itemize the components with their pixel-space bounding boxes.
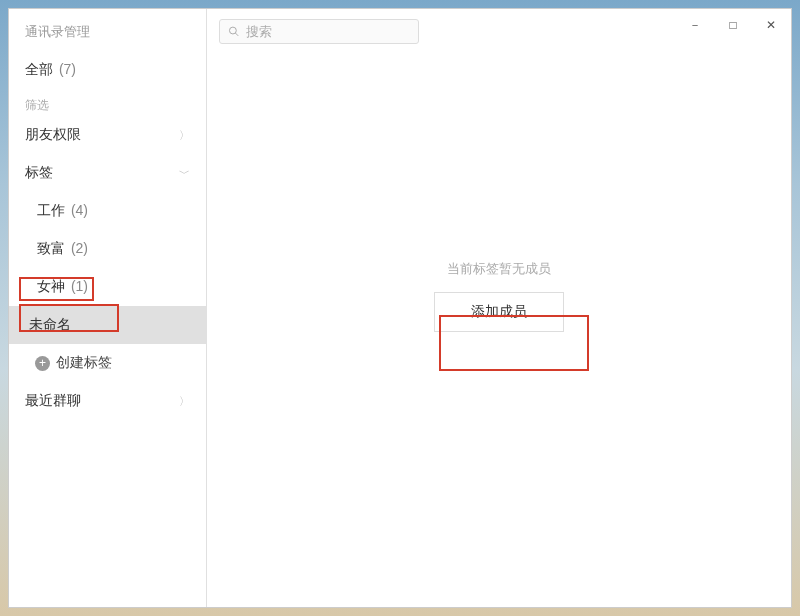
create-tag-label: 创建标签	[56, 354, 112, 372]
empty-state-text: 当前标签暂无成员	[434, 260, 564, 278]
tags-label: 标签	[25, 164, 53, 182]
tag-item-wealth[interactable]: 致富 (2)	[9, 230, 206, 268]
tag-item-goddess[interactable]: 女神 (1)	[9, 268, 206, 306]
tag-item-work[interactable]: 工作 (4)	[9, 192, 206, 230]
tag-label: 女神	[37, 278, 65, 294]
tag-count: (4)	[71, 202, 88, 218]
tag-label: 工作	[37, 202, 65, 218]
close-button[interactable]: ✕	[761, 15, 781, 35]
add-member-button[interactable]: 添加成员	[434, 292, 564, 332]
all-count: (7)	[59, 61, 76, 77]
chevron-right-icon: 〉	[179, 128, 190, 143]
search-icon	[228, 25, 240, 38]
tag-count: (2)	[71, 240, 88, 256]
svg-line-1	[235, 33, 238, 36]
plus-icon: +	[35, 356, 50, 371]
minimize-button[interactable]: －	[685, 15, 705, 35]
friend-perm-label: 朋友权限	[25, 126, 81, 144]
sidebar-item-recent-group[interactable]: 最近群聊 〉	[9, 382, 206, 420]
sidebar-item-tags[interactable]: 标签 ﹀	[9, 154, 206, 192]
all-label: 全部	[25, 61, 53, 77]
search-input[interactable]	[246, 24, 410, 39]
svg-point-0	[229, 27, 236, 34]
tag-item-unnamed[interactable]: 未命名	[9, 306, 206, 344]
sidebar-item-friend-permission[interactable]: 朋友权限 〉	[9, 116, 206, 154]
filter-section-label: 筛选	[9, 89, 206, 116]
app-window: 通讯录管理 全部 (7) 筛选 朋友权限 〉 标签 ﹀ 工作 (4) 致富 (	[8, 8, 792, 608]
chevron-down-icon: ﹀	[179, 166, 190, 181]
maximize-button[interactable]: □	[723, 15, 743, 35]
recent-group-label: 最近群聊	[25, 392, 81, 410]
tag-label: 致富	[37, 240, 65, 256]
main-area: － □ ✕ 当前标签暂无成员 添加成员	[207, 9, 791, 607]
chevron-right-icon: 〉	[179, 394, 190, 409]
tag-count: (1)	[71, 278, 88, 294]
tag-label: 未命名	[29, 316, 71, 332]
window-title: 通讯录管理	[9, 9, 206, 51]
window-controls: － □ ✕	[685, 15, 781, 35]
create-tag-button[interactable]: + 创建标签	[9, 344, 206, 382]
search-box[interactable]	[219, 19, 419, 44]
empty-state: 当前标签暂无成员 添加成员	[434, 260, 564, 332]
sidebar-item-all[interactable]: 全部 (7)	[9, 51, 206, 89]
sidebar: 通讯录管理 全部 (7) 筛选 朋友权限 〉 标签 ﹀ 工作 (4) 致富 (	[9, 9, 207, 607]
